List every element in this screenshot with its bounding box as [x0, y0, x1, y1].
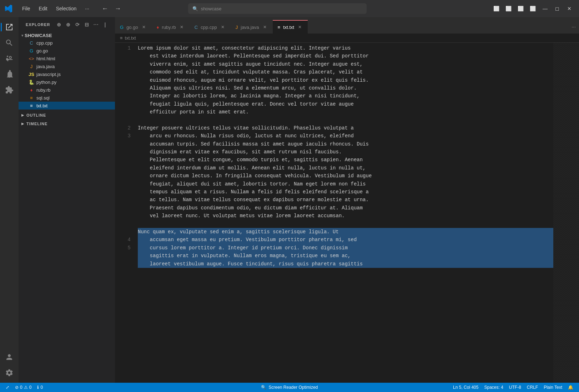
file-item-ruby[interactable]: ♦ ruby.rb [19, 86, 115, 94]
more-actions-button[interactable]: ··· [92, 21, 100, 29]
layout-grid-button[interactable]: ⬜ [528, 3, 538, 14]
activity-extensions[interactable] [2, 83, 16, 97]
menu-file[interactable]: File [19, 4, 34, 13]
editor-line-3c: accumsan turpis. Sed facilisis massa sit… [138, 140, 553, 148]
line-num-blank-20 [115, 220, 131, 228]
tab-go[interactable]: G go.go ✕ [115, 20, 152, 34]
notifications-icon: 🔔 [568, 385, 573, 390]
status-right: Ln 5, Col 405 Spaces: 4 UTF-8 CRLF Plain… [450, 383, 576, 392]
notifications-button[interactable]: 🔔 [565, 383, 576, 392]
java-tab-icon: J [236, 25, 238, 30]
layout-split-button[interactable]: ⬜ [515, 3, 526, 14]
menu-selection[interactable]: Selection [52, 4, 80, 13]
showcase-folder[interactable]: ▾ SHOWCASE [19, 32, 115, 39]
breadcrumb-file-icon: ≡ [120, 35, 123, 41]
new-folder-button[interactable]: ⊕ [64, 21, 72, 29]
activity-source-control[interactable] [2, 51, 16, 66]
vscode-logo-icon [4, 4, 13, 13]
file-item-go[interactable]: G go.go [19, 47, 115, 55]
menu-edit[interactable]: Edit [35, 4, 51, 13]
editor-line-1g: Integer ac lobortis lorem, ac lacinia ma… [138, 92, 553, 100]
tabs-more-button[interactable]: ··· [568, 20, 579, 34]
position-button[interactable]: Ln 5, Col 405 [450, 383, 481, 392]
tab-ruby[interactable]: ♦ ruby.rb ✕ [152, 20, 190, 34]
file-name-cpp: cpp.cpp [36, 40, 53, 46]
window-maximize-button[interactable]: ◻ [552, 3, 563, 14]
file-item-cpp[interactable]: C cpp.cpp [19, 39, 115, 47]
remote-button[interactable]: ⤢ [3, 383, 12, 392]
warning-icon: ⚠ [24, 385, 28, 390]
nav-back-button[interactable]: ← [100, 4, 110, 14]
window-close-button[interactable]: ✕ [564, 3, 575, 14]
nav-forward-button[interactable]: → [113, 4, 123, 14]
line-num-blank-14 [115, 172, 131, 180]
menu-more[interactable]: ··· [81, 4, 93, 13]
minimap-content [553, 43, 579, 383]
activity-debug[interactable] [2, 67, 16, 81]
titlebar-actions: ⬜ ⬜ ⬜ ⬜ — ◻ ✕ [491, 3, 575, 14]
line-num-blank-5 [115, 84, 131, 92]
showcase-folder-section: ▾ SHOWCASE C cpp.cpp G go.go <> html.htm… [19, 31, 115, 111]
activity-account[interactable] [2, 350, 16, 364]
line-num-4: 4 [115, 236, 131, 244]
txt-tab-icon: ≡ [278, 25, 281, 30]
file-item-txt[interactable]: ≡ txt.txt [19, 102, 115, 110]
tab-txt[interactable]: ≡ txt.txt ✕ [273, 20, 308, 34]
encoding-text: UTF-8 [509, 385, 521, 390]
editor-line-1d: commodo sed elit at, tincidunt vulputate… [138, 68, 553, 76]
line-num-blank-21 [115, 228, 131, 236]
sidebar-header-actions: ⊕ ⊕ ⟳ ⊟ ··· | [55, 21, 109, 29]
sidebar-header: EXPLORER ⊕ ⊕ ⟳ ⊟ ··· | [19, 17, 115, 31]
tab-close-java[interactable]: ✕ [262, 24, 268, 30]
titlebar-search[interactable]: 🔍 showcase [188, 3, 367, 14]
refresh-button[interactable]: ⟳ [74, 21, 81, 29]
outline-header[interactable]: ▶ OUTLINE [19, 111, 115, 119]
timeline-label: TIMELINE [26, 122, 47, 126]
line-num-blank-19 [115, 212, 131, 220]
language-text: Plain Text [544, 385, 562, 390]
line-ending-text: CRLF [527, 385, 538, 390]
new-file-button[interactable]: ⊕ [55, 21, 63, 29]
editor-line-1b: est vitae interdum laoreet. Pellentesque… [138, 52, 553, 60]
line-ending-button[interactable]: CRLF [524, 383, 541, 392]
file-item-sql[interactable]: ≡ sql.sql [19, 94, 115, 102]
no-problems-button[interactable]: ℹ 0 [34, 383, 46, 392]
activity-search[interactable] [2, 36, 16, 50]
file-item-html[interactable]: <> html.html [19, 55, 115, 62]
activity-explorer[interactable] [2, 20, 16, 34]
line-num-blank-16 [115, 188, 131, 196]
folder-chevron-icon: ▾ [21, 34, 23, 37]
editor-line-5b: accumsan eget massa eu pretium. Vestibul… [138, 236, 553, 244]
file-item-java[interactable]: J java.java [19, 62, 115, 70]
tab-cpp[interactable]: C cpp.cpp ✕ [190, 20, 231, 34]
line-num-blank-15 [115, 180, 131, 188]
layout-sidebar-button[interactable]: ⬜ [491, 3, 502, 14]
tab-close-cpp[interactable]: ✕ [220, 24, 226, 30]
activity-settings[interactable] [2, 366, 16, 380]
language-button[interactable]: Plain Text [541, 383, 565, 392]
errors-button[interactable]: ⊘ 0 ⚠ 0 [12, 383, 34, 392]
line-num-3: 3 [115, 132, 131, 140]
spaces-button[interactable]: Spaces: 4 [481, 383, 506, 392]
timeline-header[interactable]: ▶ TIMELINE [19, 119, 115, 128]
line-num-blank-7 [115, 100, 131, 108]
tab-close-txt[interactable]: ✕ [297, 24, 303, 30]
warning-count: 0 [29, 385, 32, 390]
titlebar-nav: ← → [100, 4, 123, 14]
collapse-button[interactable]: ⊟ [83, 21, 91, 29]
file-item-python[interactable]: 🐍 python.py [19, 78, 115, 86]
tab-close-ruby[interactable]: ✕ [179, 24, 185, 30]
tab-close-go[interactable]: ✕ [141, 24, 147, 30]
editor-content[interactable]: Lorem ipsum dolor sit amet, consectetur … [135, 43, 553, 383]
file-item-js[interactable]: JS javascript.js [19, 70, 115, 78]
editor-line-3k: Praesent dapibus condimentum odio, eu di… [138, 204, 553, 212]
layout-panel-button[interactable]: ⬜ [503, 3, 514, 14]
line-num-blank-9 [115, 116, 131, 124]
tab-java[interactable]: J java.java ✕ [231, 20, 273, 34]
encoding-button[interactable]: UTF-8 [506, 383, 524, 392]
editor-line-3g: ornare dictum lectus. In fringilla conse… [138, 172, 553, 180]
go-tab-icon: G [120, 25, 124, 30]
window-minimize-button[interactable]: — [540, 3, 550, 14]
line-num-2: 2 [115, 124, 131, 132]
search-icon: 🔍 [192, 6, 198, 11]
